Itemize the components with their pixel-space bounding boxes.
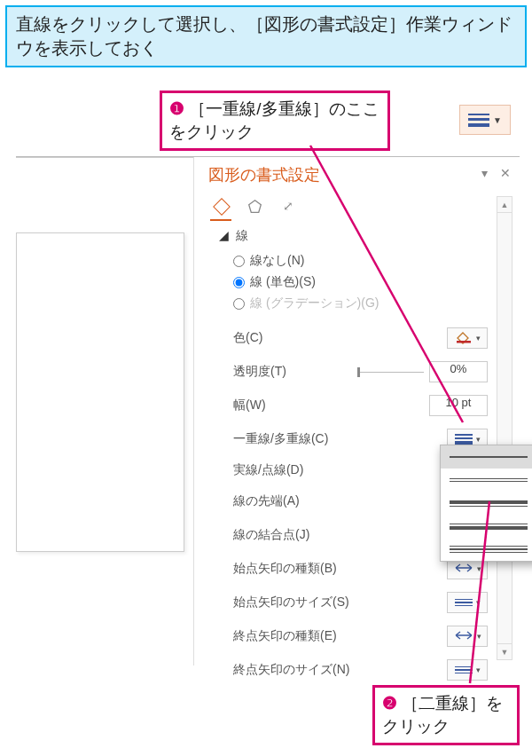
end-size-dropdown[interactable]: ▾: [447, 659, 488, 681]
radio-line-none[interactable]: [233, 256, 245, 267]
prop-color-label: 色(C): [233, 330, 262, 346]
prop-begin-size-label: 始点矢印のサイズ(S): [233, 595, 349, 610]
pane-close-icon[interactable]: ✕: [500, 166, 511, 180]
pane-dropdown-icon[interactable]: ▾: [481, 166, 488, 180]
prop-join-label: 線の結合点(J): [233, 527, 309, 543]
compound-option-single[interactable]: [441, 445, 532, 469]
pane-controls: ▾ ✕: [481, 166, 511, 180]
instruction-box: 直線をクリックして選択し、［図形の書式設定］作業ウィンドウを表示しておく: [5, 5, 527, 67]
app-area: 図形の書式設定 ▾ ✕ ⤢ ◢ 線: [16, 156, 520, 665]
chevron-down-icon: ◢: [219, 228, 229, 242]
transparency-slider[interactable]: [360, 372, 424, 373]
prop-end-type: 終点矢印の種類(E) ▾: [219, 626, 488, 647]
prop-end-type-label: 終点矢印の種類(E): [233, 628, 337, 644]
fill-bucket-icon: [214, 199, 229, 214]
tab-fill-line[interactable]: [208, 194, 233, 217]
pane-header: 図形の書式設定 ▾ ✕: [194, 157, 520, 191]
prop-compound-label: 一重線/多重線(C): [233, 431, 328, 447]
callout-2-text: ［二重線］をクリック: [382, 694, 503, 736]
tab-size[interactable]: ⤢: [276, 194, 301, 217]
begin-arrow-icon: [454, 563, 473, 575]
prop-end-size: 終点矢印のサイズ(N) ▾: [219, 659, 488, 681]
radio-row-solid[interactable]: 線 (単色)(S): [219, 274, 488, 290]
transparency-value[interactable]: 0%: [429, 361, 488, 382]
compound-line-icon: [468, 114, 489, 127]
prop-transparency: 透明度(T) 0%: [219, 361, 488, 382]
size-lines-icon: [455, 599, 473, 607]
chevron-down-icon: ▼: [493, 115, 502, 125]
slide-canvas-area: [16, 157, 193, 665]
prop-begin-type-label: 始点矢印の種類(B): [233, 561, 337, 577]
compound-option-double[interactable]: [441, 469, 532, 492]
begin-size-dropdown[interactable]: ▾: [447, 592, 488, 613]
prop-transparency-label: 透明度(T): [233, 364, 286, 380]
prop-width: 幅(W) 10 pt: [219, 395, 488, 416]
pentagon-icon: [247, 199, 262, 214]
color-picker-button[interactable]: ▾: [447, 327, 488, 349]
callout-2-number: ❷: [382, 694, 397, 713]
scroll-down-button[interactable]: ▼: [497, 643, 512, 659]
compound-line-icon: [455, 434, 473, 445]
radio-line-gradient[interactable]: [233, 298, 245, 310]
compound-option-thick-thin[interactable]: [441, 492, 532, 515]
prop-cap-label: 線の先端(A): [233, 493, 300, 509]
scroll-up-button[interactable]: ▲: [497, 197, 512, 213]
section-line-label: 線: [236, 228, 248, 242]
prop-color: 色(C) ▾: [219, 327, 488, 349]
prop-dash-label: 実線/点線(D): [233, 462, 303, 478]
radio-row-none[interactable]: 線なし(N): [219, 253, 488, 269]
instruction-text: 直線をクリックして選択し、［図形の書式設定］作業ウィンドウを表示しておく: [16, 14, 512, 58]
compound-option-triple[interactable]: [441, 538, 532, 561]
section-line[interactable]: ◢ 線: [219, 228, 488, 244]
compound-line-popup: [440, 445, 532, 562]
radio-row-gradient[interactable]: 線 (グラデーション)(G): [219, 295, 488, 311]
bucket-icon: [455, 330, 473, 346]
pane-body: ◢ 線 線なし(N) 線 (単色)(S) 線 (グラデーション)(G) 色(C): [194, 223, 520, 654]
end-type-dropdown[interactable]: ▾: [447, 626, 488, 647]
prop-width-label: 幅(W): [233, 398, 266, 413]
pane-title: 図形の書式設定: [208, 164, 509, 185]
format-shape-pane: 図形の書式設定 ▾ ✕ ⤢ ◢ 線: [193, 157, 520, 665]
compound-line-toolbar-button[interactable]: ▼: [459, 105, 511, 135]
size-lines-icon: [455, 666, 473, 674]
slide-thumbnail[interactable]: [16, 232, 184, 552]
radio-line-solid[interactable]: [233, 277, 245, 288]
radio-label-gradient: 線 (グラデーション)(G): [250, 295, 379, 311]
callout-1-number: ❶: [169, 99, 184, 118]
compound-option-thin-thick[interactable]: [441, 515, 532, 538]
size-icon: ⤢: [283, 199, 293, 213]
radio-label-solid: 線 (単色)(S): [250, 274, 316, 290]
radio-label-none: 線なし(N): [250, 253, 304, 269]
width-value[interactable]: 10 pt: [429, 395, 488, 416]
tab-effects[interactable]: [242, 194, 267, 217]
pane-scrollbar[interactable]: ▲ ▼: [497, 196, 512, 660]
prop-begin-size: 始点矢印のサイズ(S) ▾: [219, 592, 488, 613]
callout-1: ❶ ［一重線/多重線］のここをクリック: [160, 91, 390, 151]
end-arrow-icon: [454, 630, 473, 642]
prop-end-size-label: 終点矢印のサイズ(N): [233, 662, 349, 678]
callout-1-text: ［一重線/多重線］のここをクリック: [169, 99, 379, 141]
svg-marker-0: [248, 200, 261, 212]
pane-tabs: ⤢: [194, 191, 520, 223]
svg-rect-1: [457, 341, 471, 343]
callout-2: ❷ ［二重線］をクリック: [372, 685, 520, 745]
